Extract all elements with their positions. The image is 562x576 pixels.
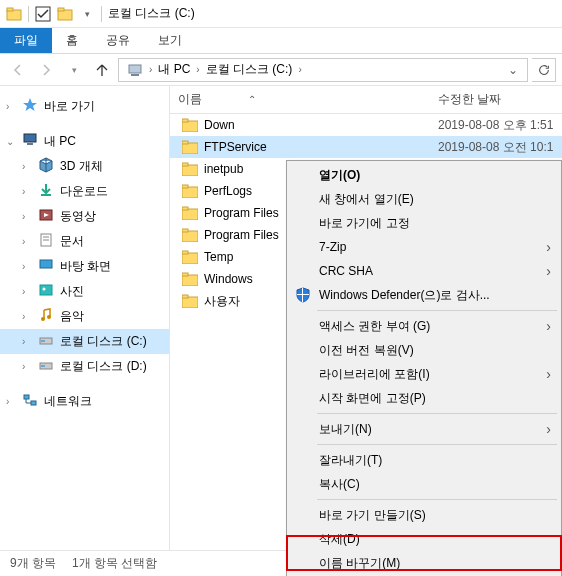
nav-forward-button[interactable] bbox=[34, 58, 58, 82]
sidebar-item-documents[interactable]: › 문서 bbox=[0, 229, 169, 254]
sidebar-network[interactable]: › 네트워크 bbox=[0, 389, 169, 414]
folder-icon bbox=[182, 294, 198, 308]
svg-point-16 bbox=[41, 317, 45, 321]
folder-icon bbox=[182, 162, 198, 176]
svg-rect-30 bbox=[182, 187, 198, 198]
menu-separator bbox=[317, 413, 557, 414]
chevron-right-icon[interactable]: › bbox=[22, 211, 32, 222]
ctx-create-shortcut[interactable]: 바로 가기 만들기(S) bbox=[289, 503, 559, 527]
chevron-right-icon[interactable]: › bbox=[22, 336, 32, 347]
column-modified[interactable]: 수정한 날짜 bbox=[438, 91, 562, 108]
svg-rect-7 bbox=[24, 134, 36, 142]
sidebar-item-drive-d[interactable]: › 로컬 디스크 (D:) bbox=[0, 354, 169, 379]
sidebar-item-pictures[interactable]: › 사진 bbox=[0, 279, 169, 304]
ctx-open[interactable]: 열기(O) bbox=[289, 163, 559, 187]
breadcrumb-pc[interactable]: 내 PC bbox=[154, 59, 194, 81]
chevron-right-icon[interactable]: › bbox=[196, 64, 199, 75]
tab-view[interactable]: 보기 bbox=[144, 28, 196, 53]
tab-share[interactable]: 공유 bbox=[92, 28, 144, 53]
document-icon bbox=[38, 232, 54, 251]
sidebar-item-music[interactable]: › 음악 bbox=[0, 304, 169, 329]
breadcrumb-root-icon[interactable] bbox=[123, 59, 147, 81]
chevron-right-icon: › bbox=[546, 239, 551, 255]
nav-up-button[interactable] bbox=[90, 58, 114, 82]
file-date: 2019-08-08 오전 10:1 bbox=[438, 139, 562, 156]
sidebar-item-downloads[interactable]: › 다운로드 bbox=[0, 179, 169, 204]
svg-rect-35 bbox=[182, 229, 188, 232]
chevron-right-icon[interactable]: › bbox=[22, 311, 32, 322]
cube-icon bbox=[38, 157, 54, 176]
ctx-copy[interactable]: 복사(C) bbox=[289, 472, 559, 496]
chevron-right-icon[interactable]: › bbox=[22, 186, 32, 197]
chevron-down-icon[interactable]: ⌄ bbox=[6, 136, 16, 147]
svg-rect-31 bbox=[182, 185, 188, 188]
ctx-send-to[interactable]: 보내기(N)› bbox=[289, 417, 559, 441]
breadcrumb-drive[interactable]: 로컬 디스크 (C:) bbox=[202, 59, 297, 81]
menu-label: 7-Zip bbox=[319, 240, 346, 254]
dropdown-icon[interactable]: ▾ bbox=[79, 6, 95, 22]
sidebar-item-label: 바로 가기 bbox=[44, 98, 95, 115]
ctx-rename[interactable]: 이름 바꾸기(M) bbox=[289, 551, 559, 575]
video-icon bbox=[38, 207, 54, 226]
nav-back-button[interactable] bbox=[6, 58, 30, 82]
ctx-crc-sha[interactable]: CRC SHA› bbox=[289, 259, 559, 283]
ctx-include-library[interactable]: 라이브러리에 포함(I)› bbox=[289, 362, 559, 386]
menu-label: 보내기(N) bbox=[319, 421, 372, 438]
chevron-right-icon[interactable]: › bbox=[6, 101, 16, 112]
folder-icon bbox=[182, 228, 198, 242]
window-title: 로컬 디스크 (C:) bbox=[108, 5, 195, 22]
svg-rect-24 bbox=[182, 121, 198, 132]
menu-label: 액세스 권한 부여 (G) bbox=[319, 318, 430, 335]
menu-label: 복사(C) bbox=[319, 476, 360, 493]
menu-label: 시작 화면에 고정(P) bbox=[319, 390, 426, 407]
navigation-pane: › 바로 가기 ⌄ 내 PC › 3D 개체 › 다운로드 › 동영상 › bbox=[0, 86, 170, 550]
ctx-pin-start[interactable]: 시작 화면에 고정(P) bbox=[289, 386, 559, 410]
sidebar-item-label: 로컬 디스크 (C:) bbox=[60, 333, 147, 350]
menu-label: Windows Defender(으)로 검사... bbox=[319, 287, 490, 304]
ctx-cut[interactable]: 잘라내기(T) bbox=[289, 448, 559, 472]
sidebar-item-videos[interactable]: › 동영상 bbox=[0, 204, 169, 229]
menu-label: 삭제(D) bbox=[319, 531, 360, 548]
chevron-right-icon[interactable]: › bbox=[298, 64, 301, 75]
ctx-7zip[interactable]: 7-Zip› bbox=[289, 235, 559, 259]
menu-label: 새 창에서 열기(E) bbox=[319, 191, 414, 208]
chevron-right-icon[interactable]: › bbox=[149, 64, 152, 75]
tab-home[interactable]: 홈 bbox=[52, 28, 92, 53]
file-name: PerfLogs bbox=[204, 184, 252, 198]
breadcrumb[interactable]: › 내 PC › 로컬 디스크 (C:) › ⌄ bbox=[118, 58, 528, 82]
ctx-give-access[interactable]: 액세스 권한 부여 (G)› bbox=[289, 314, 559, 338]
explorer-icon bbox=[6, 6, 22, 22]
svg-rect-41 bbox=[182, 295, 188, 298]
ctx-delete[interactable]: 삭제(D) bbox=[289, 527, 559, 551]
sidebar-item-3d-objects[interactable]: › 3D 개체 bbox=[0, 154, 169, 179]
breadcrumb-dropdown-icon[interactable]: ⌄ bbox=[503, 63, 523, 77]
chevron-right-icon: › bbox=[546, 366, 551, 382]
nav-recent-dropdown[interactable]: ▾ bbox=[62, 58, 86, 82]
file-name: Program Files bbox=[204, 228, 279, 242]
column-name[interactable]: 이름 ⌃ bbox=[178, 91, 438, 108]
svg-point-15 bbox=[43, 288, 46, 291]
chevron-right-icon[interactable]: › bbox=[22, 261, 32, 272]
ctx-open-new-window[interactable]: 새 창에서 열기(E) bbox=[289, 187, 559, 211]
sidebar-item-drive-c[interactable]: › 로컬 디스크 (C:) bbox=[0, 329, 169, 354]
list-item[interactable]: Down 2019-08-08 오후 1:51 bbox=[170, 114, 562, 136]
chevron-right-icon[interactable]: › bbox=[22, 286, 32, 297]
list-item[interactable]: FTPService 2019-08-08 오전 10:1 bbox=[170, 136, 562, 158]
folder-icon bbox=[182, 272, 198, 286]
sidebar-item-desktop[interactable]: › 바탕 화면 bbox=[0, 254, 169, 279]
menu-label: 잘라내기(T) bbox=[319, 452, 382, 469]
sidebar-quick-access[interactable]: › 바로 가기 bbox=[0, 94, 169, 119]
chevron-right-icon[interactable]: › bbox=[22, 361, 32, 372]
ctx-restore-previous[interactable]: 이전 버전 복원(V) bbox=[289, 338, 559, 362]
sidebar-this-pc[interactable]: ⌄ 내 PC bbox=[0, 129, 169, 154]
svg-rect-29 bbox=[182, 163, 188, 166]
folder-title-icon bbox=[57, 6, 73, 22]
tab-file[interactable]: 파일 bbox=[0, 28, 52, 53]
ctx-pin-quick-access[interactable]: 바로 가기에 고정 bbox=[289, 211, 559, 235]
checkbox-icon[interactable] bbox=[35, 6, 51, 22]
refresh-button[interactable] bbox=[532, 58, 556, 82]
chevron-right-icon[interactable]: › bbox=[22, 236, 32, 247]
ctx-defender-scan[interactable]: Windows Defender(으)로 검사... bbox=[289, 283, 559, 307]
chevron-right-icon[interactable]: › bbox=[6, 396, 16, 407]
chevron-right-icon[interactable]: › bbox=[22, 161, 32, 172]
